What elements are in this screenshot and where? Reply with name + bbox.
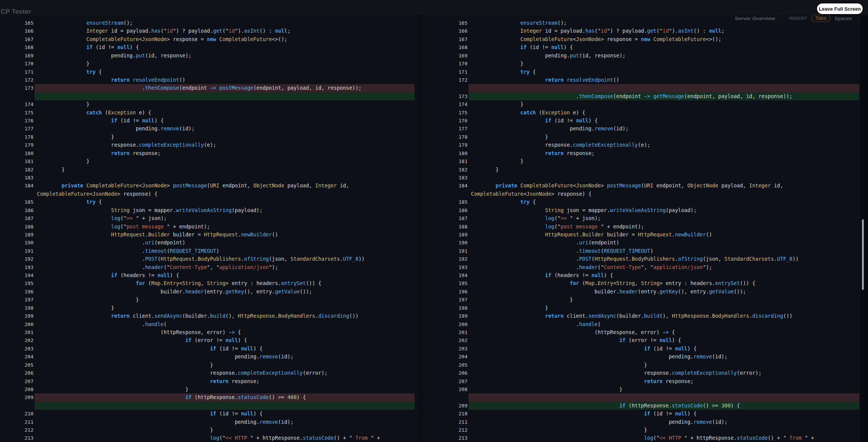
code-text: if (id != null) { [35, 117, 415, 125]
diff-pane-right[interactable]: 165 ensureStream();166 Integer id = payl… [423, 15, 868, 442]
line-number: 208 [0, 385, 35, 393]
code-line: 177 pending.remove(id); [0, 125, 418, 133]
line-number: 199 [0, 312, 35, 320]
code-text: (httpResponse, error) -> { [469, 328, 859, 336]
code-text: for (Map.Entry<String, String> entry : h… [469, 279, 859, 287]
code-area-left: 165 ensureStream();166 Integer id = payl… [0, 15, 418, 442]
code-text [469, 393, 859, 401]
line-number: 202 [423, 336, 469, 344]
code-line: 171 try { [423, 68, 868, 76]
code-line: 165 ensureStream(); [0, 19, 418, 27]
code-line: 168 if (id != null) { [0, 43, 418, 51]
code-line: 212 } [423, 426, 868, 434]
code-text: if (id != null) { [35, 410, 415, 418]
leave-fullscreen-button[interactable]: Leave Full Screen [817, 3, 863, 14]
code-line: 204 pending.remove(id); [423, 353, 868, 361]
code-text: if (id != null) { [35, 345, 415, 353]
diff-pane-left[interactable]: 165 ensureStream();166 Integer id = payl… [0, 15, 418, 442]
code-text: } [469, 166, 859, 174]
code-text: builder.header(entry.getKey(), entry.get… [35, 288, 415, 296]
code-line: 186 String json = mapper.writeValueAsStr… [0, 206, 418, 214]
code-line: 200 .handle( [0, 320, 418, 328]
line-number: 188 [423, 223, 469, 231]
code-line: 202 if (error != null) { [423, 336, 868, 344]
indent-option-spaces[interactable]: Spaces [835, 16, 852, 21]
code-text [469, 84, 859, 92]
code-text [469, 174, 859, 182]
line-number: 193 [423, 263, 469, 271]
code-text: .uri(endpoint) [469, 239, 859, 247]
code-line: 193 .header("Content-Type", "application… [423, 263, 868, 271]
code-line: 181 } [0, 157, 418, 165]
code-line: 205 } [423, 361, 868, 369]
code-text: } [469, 385, 859, 393]
code-text: try { [35, 198, 415, 206]
code-text: } [35, 385, 415, 393]
code-text: try { [469, 68, 859, 76]
code-line: 176 if (id != null) { [0, 117, 418, 125]
code-text: return response; [469, 377, 859, 385]
code-line: 190 .uri(endpoint) [0, 239, 418, 247]
line-number: 210 [423, 410, 469, 418]
code-text: response.completeExceptionally(e); [469, 141, 859, 149]
code-text: pending.remove(id); [35, 418, 415, 426]
line-number: 172 [0, 76, 35, 84]
code-text: if (error != null) { [35, 336, 415, 344]
indent-option-tabs[interactable]: Tabs [811, 14, 831, 22]
code-text: pending.remove(id); [35, 353, 415, 361]
code-line: 185 try { [0, 198, 418, 206]
line-number: 174 [423, 100, 469, 108]
line-number: 200 [0, 320, 35, 328]
code-line: 191 .timeout(REQUEST_TIMEOUT) [423, 247, 868, 255]
line-number: 184 [0, 182, 35, 190]
code-text [35, 174, 415, 182]
code-text: return resolveEndpoint() [35, 76, 415, 84]
line-number: 167 [423, 35, 469, 43]
code-text: if (id != null) { [469, 43, 859, 51]
tab-server-overview[interactable]: Server Overview [731, 11, 779, 25]
code-line: 208 } [423, 385, 868, 393]
code-line: 207 return response; [423, 377, 868, 385]
line-number: 193 [0, 263, 35, 271]
code-line: 201 (httpResponse, error) -> { [0, 328, 418, 336]
line-number: 208 [423, 385, 469, 393]
code-line: 199 return client.sendAsync(builder.buil… [0, 312, 418, 320]
code-text: (httpResponse, error) -> { [35, 328, 415, 336]
code-line: 167 CompletableFuture<JsonNode> response… [0, 35, 418, 43]
code-line: 192 .POST(HttpRequest.BodyPublishers.ofS… [0, 255, 418, 263]
code-line: 182 } [0, 166, 418, 174]
line-number: 198 [0, 304, 35, 312]
line-number: 191 [0, 247, 35, 255]
code-line: 207 return response; [0, 377, 418, 385]
indent-label: INDENT [789, 16, 807, 21]
line-number: 178 [423, 133, 469, 141]
line-number: 168 [423, 43, 469, 51]
line-number: 196 [0, 288, 35, 296]
line-number: 179 [423, 141, 469, 149]
line-number: 203 [423, 345, 469, 353]
line-number: 181 [0, 157, 35, 165]
code-text: log("<< HTTP " + httpResponse.statusCode… [469, 434, 859, 442]
code-line: 170 } [423, 60, 868, 68]
scrollbar-thumb[interactable] [862, 219, 864, 290]
code-line: 171 try { [0, 68, 418, 76]
line-number: 198 [423, 304, 469, 312]
line-number: 209 [0, 393, 35, 401]
scrollbar-track[interactable] [860, 15, 868, 442]
diff-placeholder-row [0, 92, 418, 100]
code-line: 187 log(">> " + json); [423, 214, 868, 222]
code-text: } [35, 157, 415, 165]
code-text: .thenCompose(endpoint -> getMessage(endp… [469, 92, 859, 100]
code-text: pending.remove(id); [469, 418, 859, 426]
code-text: } [35, 304, 415, 312]
code-line: 178 } [423, 133, 868, 141]
code-line: 210 if (id != null) { [423, 410, 868, 418]
code-area-right: 165 ensureStream();166 Integer id = payl… [423, 15, 868, 442]
code-text: return client.sendAsync(builder.build(),… [35, 312, 415, 320]
code-text: log("post message " + endpoint); [469, 223, 859, 231]
code-text: } [469, 157, 859, 165]
code-text: .timeout(REQUEST_TIMEOUT) [35, 247, 415, 255]
line-number: 205 [423, 361, 469, 369]
line-number: 211 [0, 418, 35, 426]
line-number: 169 [423, 52, 469, 60]
